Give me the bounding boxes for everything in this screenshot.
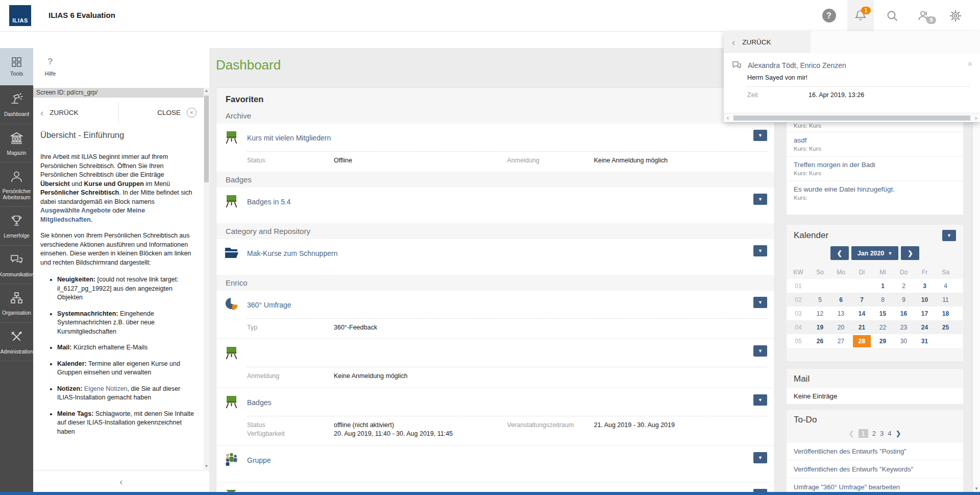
who-is-online-button[interactable]: 9 <box>911 0 937 31</box>
calendar-day[interactable]: 6 <box>830 296 851 303</box>
calendar-month-dropdown[interactable]: Jan 2020▼ <box>851 246 899 260</box>
sidebar-item-magazin[interactable]: Magazin <box>0 124 33 163</box>
calendar-day[interactable]: 23 <box>893 324 914 331</box>
item-actions-dropdown[interactable]: ▼ <box>753 130 767 141</box>
sidebar-item-communication[interactable]: Kommunikation <box>0 246 33 285</box>
item-actions-dropdown[interactable]: ▼ <box>753 394 767 406</box>
pagination-prev-icon[interactable]: ❮ <box>849 430 854 437</box>
todo-item-link[interactable]: Veröffentlichen des Entwurfs "Posting" <box>787 443 963 460</box>
calendar-today[interactable]: 28 <box>853 335 871 347</box>
calendar-day[interactable]: 1 <box>872 282 893 290</box>
calendar-day[interactable]: 27 <box>830 338 851 345</box>
scroll-down-icon[interactable]: ▼ <box>973 486 980 491</box>
todo-items: Veröffentlichen des Entwurfs "Posting"Ve… <box>787 443 963 495</box>
item-actions-dropdown[interactable]: ▼ <box>753 452 767 463</box>
sidebar-item-organisation[interactable]: Organisation <box>0 284 33 323</box>
favorite-item-title[interactable]: Badges <box>247 398 271 407</box>
scroll-up-icon[interactable]: ▲ <box>205 88 209 94</box>
weekday-label: KW <box>787 269 810 276</box>
sidebar-item-achievements[interactable]: Lernerfolge <box>0 207 33 246</box>
tab-hilfe[interactable]: ? Hilfe <box>34 48 67 85</box>
property-row: StatusOffline <box>247 156 507 166</box>
sidebar-item-dashboard[interactable]: Dashboard <box>0 85 33 124</box>
calendar-day[interactable]: 16 <box>893 310 914 317</box>
item-actions-dropdown[interactable]: ▼ <box>753 297 767 308</box>
notification-close-icon[interactable]: ✕ <box>967 60 973 68</box>
calendar-day[interactable]: 29 <box>872 338 893 345</box>
ilias-logo[interactable]: ILIAS <box>9 5 31 26</box>
calendar-day[interactable]: 31 <box>914 338 935 345</box>
calendar-day[interactable]: 20 <box>830 324 851 331</box>
favorite-item-title[interactable]: 360° Umfrage <box>247 301 291 309</box>
calendar-day[interactable]: 2 <box>893 282 914 290</box>
calendar-day[interactable]: 9 <box>893 296 914 303</box>
favorite-item-title[interactable]: Gruppe <box>247 456 271 464</box>
calendar-day[interactable]: 18 <box>935 310 956 317</box>
pagination-page[interactable]: 4 <box>888 430 891 437</box>
calendar-day[interactable]: 4 <box>935 282 956 290</box>
calendar-day[interactable]: 22 <box>872 324 893 331</box>
pagination-page[interactable]: 2 <box>872 430 876 437</box>
help-panel-scrollbar[interactable]: ▲ ▼ <box>204 88 209 469</box>
favorite-item-title[interactable]: Badges in 5.4 <box>247 198 291 206</box>
hscrollbar-thumb[interactable] <box>733 115 970 121</box>
notification-back-button[interactable]: ‹ ZURÜCK <box>724 31 811 53</box>
sidebar-item-administration[interactable]: Administration <box>0 323 33 362</box>
favorite-item-title[interactable]: Mak-Kurse zum Schnuppern <box>247 249 337 257</box>
calendar-next-button[interactable]: ❯ <box>901 246 919 260</box>
calendar-day[interactable]: 15 <box>872 310 893 317</box>
calendar-day[interactable]: 12 <box>810 310 830 317</box>
calendar-day[interactable]: 7 <box>851 296 872 303</box>
notifications-button[interactable]: 1 <box>847 0 874 31</box>
calendar-day[interactable]: 24 <box>914 324 935 331</box>
calendar-day[interactable]: 5 <box>810 296 830 303</box>
calendar-day[interactable]: 26 <box>810 338 830 345</box>
calendar-prev-button[interactable]: ❮ <box>830 246 849 260</box>
workspace-icon <box>10 170 23 185</box>
calendar-day[interactable]: 14 <box>851 310 872 317</box>
calendar-day[interactable]: 25 <box>935 324 956 331</box>
item-actions-dropdown[interactable]: ▼ <box>753 194 767 205</box>
calendar-day[interactable]: 8 <box>872 296 893 303</box>
text-segment: und <box>70 180 84 187</box>
calendar-day[interactable]: 10 <box>914 296 935 303</box>
settings-button[interactable] <box>942 0 969 31</box>
scroll-right-icon[interactable]: › <box>972 115 980 121</box>
calendar-day[interactable]: 30 <box>893 338 914 345</box>
pagination-next-icon[interactable]: ❯ <box>895 430 901 437</box>
help-close-button[interactable]: CLOSE ✕ <box>118 102 204 123</box>
scroll-down-icon[interactable]: ▼ <box>205 463 209 469</box>
news-item-link[interactable]: Treffen morgen in der Badi <box>794 161 956 169</box>
calendar-day[interactable]: 28 <box>851 335 872 347</box>
inline-link[interactable]: Ausgewählte Angebote <box>40 207 111 214</box>
news-item-link[interactable]: Es wurde eine Datei hinzugefügt. <box>794 185 956 193</box>
pagination-page[interactable]: 1 <box>859 429 868 438</box>
todo-item-link[interactable]: Veröffentlichen des Entwurfs "Keywords" <box>787 461 963 478</box>
calendar-day[interactable]: 13 <box>830 310 851 317</box>
help-back-button[interactable]: ‹ ZURÜCK <box>33 102 118 123</box>
inline-link[interactable]: Eigene Notizen <box>84 385 128 392</box>
item-actions-dropdown[interactable]: ▼ <box>753 245 767 256</box>
week-number: 05 <box>787 338 810 345</box>
close-circle-icon: ✕ <box>187 108 197 117</box>
pagination-page[interactable]: 3 <box>880 430 884 437</box>
calendar-day[interactable]: 19 <box>810 324 830 331</box>
news-item-link[interactable]: asdf <box>794 136 956 144</box>
help-button[interactable]: ? <box>816 0 842 31</box>
week-number: 03 <box>787 310 810 317</box>
scroll-left-icon[interactable]: ‹ <box>724 115 732 121</box>
tab-tools[interactable]: Tools <box>0 48 33 85</box>
sidebar-item-workspace[interactable]: Persönlicher Arbeitsraum <box>0 162 33 207</box>
search-button[interactable] <box>879 0 905 31</box>
calendar-week-row: 0312131415161718 <box>787 307 963 320</box>
scrollbar-thumb[interactable] <box>204 96 209 182</box>
calendar-day[interactable]: 17 <box>914 310 935 317</box>
collapse-panel-bar[interactable]: ‹ <box>33 470 209 492</box>
favorite-item-title[interactable]: Kurs mit vielen Mitgliedern <box>247 134 331 142</box>
item-actions-dropdown[interactable]: ▼ <box>753 345 767 357</box>
notification-sender-link[interactable]: Alexandra Tödt, Enrico Zenzen <box>748 61 846 69</box>
calendar-day[interactable]: 11 <box>935 296 956 303</box>
calendar-day[interactable]: 3 <box>914 282 935 290</box>
calendar-actions-dropdown[interactable]: ▼ <box>942 230 956 241</box>
calendar-day[interactable]: 21 <box>851 324 872 331</box>
